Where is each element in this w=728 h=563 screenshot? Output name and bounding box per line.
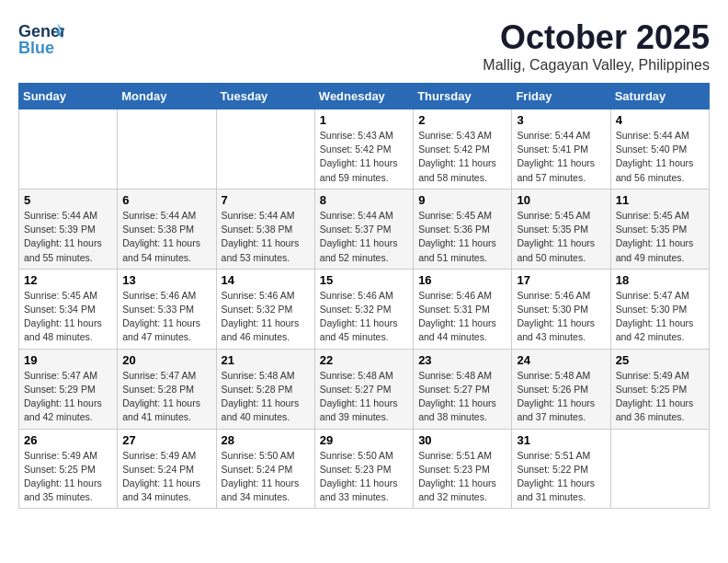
day-info: Sunrise: 5:51 AMSunset: 5:23 PMDaylight:… <box>418 449 506 505</box>
location-subtitle: Mallig, Cagayan Valley, Philippines <box>483 57 710 74</box>
day-info: Sunrise: 5:46 AMSunset: 5:32 PMDaylight:… <box>320 289 408 345</box>
calendar-cell: 10Sunrise: 5:45 AMSunset: 5:35 PMDayligh… <box>512 189 610 269</box>
calendar-cell: 2Sunrise: 5:43 AMSunset: 5:42 PMDaylight… <box>414 109 512 190</box>
day-info: Sunrise: 5:44 AMSunset: 5:37 PMDaylight:… <box>320 209 408 265</box>
calendar-week-5: 26Sunrise: 5:49 AMSunset: 5:25 PMDayligh… <box>19 429 710 509</box>
calendar-cell <box>19 109 118 190</box>
calendar-cell: 13Sunrise: 5:46 AMSunset: 5:33 PMDayligh… <box>118 269 216 349</box>
title-block: October 2025 Mallig, Cagayan Valley, Phi… <box>483 18 710 74</box>
logo-icon: General Blue <box>18 18 64 60</box>
day-info: Sunrise: 5:48 AMSunset: 5:28 PMDaylight:… <box>222 369 310 425</box>
calendar-cell: 4Sunrise: 5:44 AMSunset: 5:40 PMDaylight… <box>610 109 709 190</box>
day-number: 31 <box>517 433 605 447</box>
calendar-cell: 14Sunrise: 5:46 AMSunset: 5:32 PMDayligh… <box>216 269 314 349</box>
calendar-cell <box>118 109 216 190</box>
weekday-header-friday: Friday <box>512 84 610 109</box>
page-header: General Blue October 2025 Mallig, Cagaya… <box>18 18 710 74</box>
calendar-cell: 11Sunrise: 5:45 AMSunset: 5:35 PMDayligh… <box>610 189 709 269</box>
day-info: Sunrise: 5:46 AMSunset: 5:30 PMDaylight:… <box>517 289 605 345</box>
calendar-cell: 6Sunrise: 5:44 AMSunset: 5:38 PMDaylight… <box>118 189 216 269</box>
day-number: 27 <box>122 433 210 447</box>
calendar-cell: 5Sunrise: 5:44 AMSunset: 5:39 PMDaylight… <box>19 189 118 269</box>
day-number: 13 <box>122 273 210 287</box>
day-number: 20 <box>122 353 210 367</box>
day-info: Sunrise: 5:48 AMSunset: 5:27 PMDaylight:… <box>320 369 408 425</box>
calendar-cell: 12Sunrise: 5:45 AMSunset: 5:34 PMDayligh… <box>19 269 118 349</box>
day-number: 30 <box>418 433 506 447</box>
day-number: 21 <box>222 353 310 367</box>
calendar-cell: 3Sunrise: 5:44 AMSunset: 5:41 PMDaylight… <box>512 109 610 190</box>
calendar-cell: 17Sunrise: 5:46 AMSunset: 5:30 PMDayligh… <box>512 269 610 349</box>
calendar-cell: 26Sunrise: 5:49 AMSunset: 5:25 PMDayligh… <box>19 429 118 509</box>
day-info: Sunrise: 5:47 AMSunset: 5:28 PMDaylight:… <box>122 369 210 425</box>
day-number: 17 <box>517 273 605 287</box>
calendar-week-1: 1Sunrise: 5:43 AMSunset: 5:42 PMDaylight… <box>19 109 710 190</box>
day-info: Sunrise: 5:47 AMSunset: 5:29 PMDaylight:… <box>24 369 112 425</box>
day-info: Sunrise: 5:46 AMSunset: 5:31 PMDaylight:… <box>418 289 506 345</box>
calendar-cell: 25Sunrise: 5:49 AMSunset: 5:25 PMDayligh… <box>610 349 709 429</box>
calendar-week-2: 5Sunrise: 5:44 AMSunset: 5:39 PMDaylight… <box>19 189 710 269</box>
day-info: Sunrise: 5:46 AMSunset: 5:33 PMDaylight:… <box>122 289 210 345</box>
day-number: 2 <box>418 113 506 127</box>
day-number: 23 <box>418 353 506 367</box>
day-number: 1 <box>320 113 408 127</box>
calendar-cell: 18Sunrise: 5:47 AMSunset: 5:30 PMDayligh… <box>610 269 709 349</box>
calendar-cell: 15Sunrise: 5:46 AMSunset: 5:32 PMDayligh… <box>314 269 413 349</box>
calendar-cell: 22Sunrise: 5:48 AMSunset: 5:27 PMDayligh… <box>314 349 413 429</box>
calendar-cell: 8Sunrise: 5:44 AMSunset: 5:37 PMDaylight… <box>314 189 413 269</box>
calendar-cell: 9Sunrise: 5:45 AMSunset: 5:36 PMDaylight… <box>414 189 512 269</box>
calendar-cell: 20Sunrise: 5:47 AMSunset: 5:28 PMDayligh… <box>118 349 216 429</box>
calendar-cell: 24Sunrise: 5:48 AMSunset: 5:26 PMDayligh… <box>512 349 610 429</box>
day-number: 14 <box>222 273 310 287</box>
calendar-cell: 1Sunrise: 5:43 AMSunset: 5:42 PMDaylight… <box>314 109 413 190</box>
weekday-header-monday: Monday <box>118 84 216 109</box>
day-number: 22 <box>320 353 408 367</box>
day-info: Sunrise: 5:47 AMSunset: 5:30 PMDaylight:… <box>616 289 704 345</box>
day-number: 28 <box>222 433 310 447</box>
day-info: Sunrise: 5:44 AMSunset: 5:40 PMDaylight:… <box>616 129 704 185</box>
day-number: 11 <box>616 193 704 207</box>
weekday-header-saturday: Saturday <box>610 84 709 109</box>
day-info: Sunrise: 5:48 AMSunset: 5:26 PMDaylight:… <box>517 369 605 425</box>
day-number: 24 <box>517 353 605 367</box>
day-info: Sunrise: 5:44 AMSunset: 5:38 PMDaylight:… <box>222 209 310 265</box>
day-number: 18 <box>616 273 704 287</box>
day-info: Sunrise: 5:43 AMSunset: 5:42 PMDaylight:… <box>320 129 408 185</box>
day-number: 15 <box>320 273 408 287</box>
calendar-week-4: 19Sunrise: 5:47 AMSunset: 5:29 PMDayligh… <box>19 349 710 429</box>
day-number: 10 <box>517 193 605 207</box>
month-title: October 2025 <box>483 18 710 57</box>
calendar-cell: 30Sunrise: 5:51 AMSunset: 5:23 PMDayligh… <box>414 429 512 509</box>
logo: General Blue <box>18 18 64 60</box>
day-number: 5 <box>24 193 112 207</box>
day-number: 9 <box>418 193 506 207</box>
day-info: Sunrise: 5:51 AMSunset: 5:22 PMDaylight:… <box>517 449 605 505</box>
calendar-cell: 29Sunrise: 5:50 AMSunset: 5:23 PMDayligh… <box>314 429 413 509</box>
day-number: 26 <box>24 433 112 447</box>
day-number: 4 <box>616 113 704 127</box>
day-info: Sunrise: 5:44 AMSunset: 5:39 PMDaylight:… <box>24 209 112 265</box>
calendar-cell: 21Sunrise: 5:48 AMSunset: 5:28 PMDayligh… <box>216 349 314 429</box>
day-info: Sunrise: 5:46 AMSunset: 5:32 PMDaylight:… <box>222 289 310 345</box>
weekday-header-row: SundayMondayTuesdayWednesdayThursdayFrid… <box>19 84 710 109</box>
weekday-header-tuesday: Tuesday <box>216 84 314 109</box>
day-number: 25 <box>616 353 704 367</box>
calendar-cell <box>216 109 314 190</box>
calendar-table: SundayMondayTuesdayWednesdayThursdayFrid… <box>18 83 710 509</box>
calendar-cell: 28Sunrise: 5:50 AMSunset: 5:24 PMDayligh… <box>216 429 314 509</box>
day-info: Sunrise: 5:44 AMSunset: 5:41 PMDaylight:… <box>517 129 605 185</box>
day-number: 16 <box>418 273 506 287</box>
day-info: Sunrise: 5:50 AMSunset: 5:23 PMDaylight:… <box>320 449 408 505</box>
weekday-header-wednesday: Wednesday <box>314 84 413 109</box>
day-number: 6 <box>122 193 210 207</box>
calendar-cell: 7Sunrise: 5:44 AMSunset: 5:38 PMDaylight… <box>216 189 314 269</box>
day-info: Sunrise: 5:49 AMSunset: 5:24 PMDaylight:… <box>122 449 210 505</box>
day-info: Sunrise: 5:45 AMSunset: 5:35 PMDaylight:… <box>616 209 704 265</box>
calendar-cell <box>610 429 709 509</box>
day-info: Sunrise: 5:44 AMSunset: 5:38 PMDaylight:… <box>122 209 210 265</box>
weekday-header-sunday: Sunday <box>19 84 118 109</box>
day-number: 29 <box>320 433 408 447</box>
day-info: Sunrise: 5:45 AMSunset: 5:36 PMDaylight:… <box>418 209 506 265</box>
day-info: Sunrise: 5:48 AMSunset: 5:27 PMDaylight:… <box>418 369 506 425</box>
calendar-cell: 19Sunrise: 5:47 AMSunset: 5:29 PMDayligh… <box>19 349 118 429</box>
